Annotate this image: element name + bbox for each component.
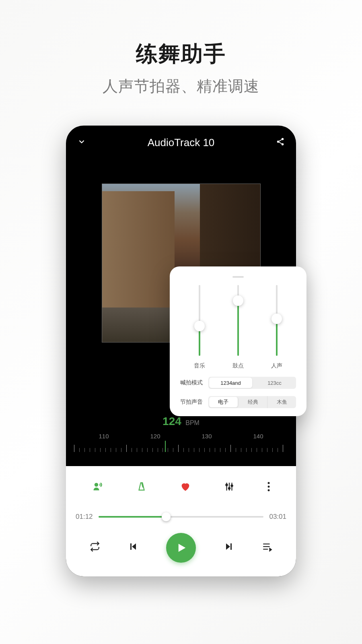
beat-sound-label: 节拍声音 — [180, 398, 204, 406]
svg-point-11 — [268, 482, 270, 484]
svg-rect-18 — [230, 543, 232, 550]
transport-row — [76, 533, 286, 563]
svg-rect-15 — [130, 543, 132, 550]
mixer-card: 音乐鼓点人声 喊拍模式 1234and123cc 节拍声音 电子经典木鱼 — [170, 266, 306, 416]
ruler-label: 140 — [253, 433, 263, 440]
action-row — [76, 477, 286, 498]
svg-point-3 — [95, 483, 98, 486]
svg-marker-16 — [179, 544, 186, 552]
slider-thumb[interactable] — [233, 295, 243, 306]
svg-point-2 — [282, 143, 284, 145]
progress-row: 01:12 03:01 — [76, 513, 286, 521]
bpm-unit: BPM — [185, 419, 200, 426]
svg-point-1 — [277, 140, 280, 143]
slider-label: 音乐 — [194, 362, 205, 369]
segment-option[interactable]: 木鱼 — [267, 396, 296, 408]
bottom-panel: 01:12 03:01 — [66, 466, 296, 576]
svg-point-8 — [226, 484, 227, 485]
ruler-label: 130 — [202, 433, 212, 440]
count-mode-segment[interactable]: 1234and123cc — [208, 377, 296, 389]
marketing-title: 练舞助手 — [136, 39, 226, 69]
count-mode-label: 喊拍模式 — [180, 379, 204, 386]
mixer-slider[interactable]: 人声 — [265, 285, 289, 369]
time-total: 03:01 — [269, 513, 286, 521]
play-button[interactable] — [166, 533, 196, 563]
svg-marker-14 — [132, 543, 136, 550]
slider-thumb[interactable] — [194, 321, 205, 331]
progress-thumb[interactable] — [162, 512, 171, 521]
favorite-icon[interactable] — [180, 481, 191, 495]
ruler-label: 120 — [150, 433, 160, 440]
app-screenshot: AudioTrack 10 124 BPM 110 120 130 140 — [66, 126, 296, 576]
progress-slider[interactable] — [99, 516, 264, 518]
bpm-value: 124 — [162, 415, 181, 427]
next-button[interactable] — [224, 542, 234, 554]
slider-label: 鼓点 — [232, 362, 244, 369]
beat-sound-segment[interactable]: 电子经典木鱼 — [208, 396, 296, 408]
share-icon[interactable] — [276, 136, 285, 149]
bpm-display: 124 BPM — [66, 415, 296, 428]
track-title: AudioTrack 10 — [148, 136, 215, 149]
segment-option[interactable]: 1234and — [209, 378, 252, 388]
collapse-icon[interactable] — [77, 136, 86, 149]
slider-thumb[interactable] — [272, 314, 282, 324]
svg-point-0 — [282, 138, 284, 140]
svg-marker-17 — [226, 543, 230, 550]
time-elapsed: 01:12 — [76, 513, 93, 521]
svg-point-12 — [268, 485, 270, 487]
mixer-slider[interactable]: 鼓点 — [226, 285, 250, 369]
ruler-marker — [165, 441, 166, 452]
marketing-subtitle: 人声节拍器、精准调速 — [103, 76, 259, 97]
player-top-bar: AudioTrack 10 — [66, 126, 296, 159]
count-mode-row: 喊拍模式 1234and123cc — [180, 377, 296, 389]
ruler-label: 110 — [99, 433, 109, 440]
beat-sound-row: 节拍声音 电子经典木鱼 — [180, 396, 296, 408]
slider-label: 人声 — [271, 362, 282, 369]
more-icon[interactable] — [267, 481, 270, 495]
svg-marker-22 — [270, 548, 272, 551]
segment-option[interactable]: 电子 — [209, 397, 238, 407]
voice-icon[interactable] — [92, 481, 103, 495]
svg-point-9 — [228, 487, 230, 489]
previous-button[interactable] — [128, 542, 138, 554]
ruler-ticks — [74, 443, 288, 452]
mixer-slider[interactable]: 音乐 — [187, 285, 212, 369]
svg-point-10 — [231, 485, 232, 486]
repeat-button[interactable] — [90, 541, 100, 554]
svg-point-13 — [268, 489, 270, 491]
metronome-icon[interactable] — [136, 481, 147, 495]
segment-option[interactable]: 经典 — [239, 396, 268, 408]
card-handle[interactable] — [232, 276, 244, 278]
segment-option[interactable]: 123cc — [253, 377, 296, 389]
playlist-button[interactable] — [262, 541, 272, 554]
equalizer-icon[interactable] — [224, 481, 234, 495]
slider-group: 音乐鼓点人声 — [180, 285, 296, 369]
bpm-ruler[interactable]: 110 120 130 140 — [66, 433, 296, 452]
